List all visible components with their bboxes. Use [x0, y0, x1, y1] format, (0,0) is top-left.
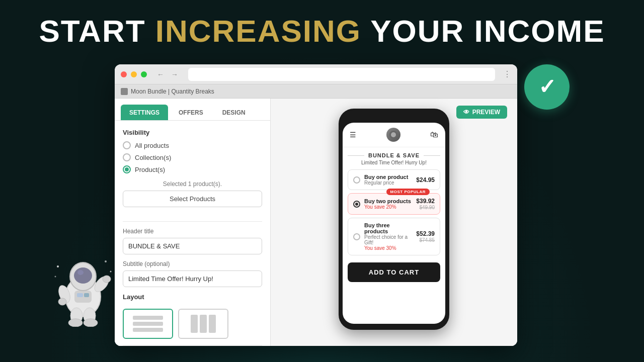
bundle-price-1-main: $24.95: [416, 176, 435, 184]
browser-tab-bar: Moon Bundle | Quantity Breaks: [115, 84, 517, 99]
select-products-button[interactable]: Select Products: [123, 191, 262, 207]
bundle-line-right: [424, 155, 440, 156]
check-mark-icon: ✓: [538, 76, 556, 98]
astronaut-container: [50, 246, 116, 327]
radio-circle-collections: [123, 153, 131, 161]
bundle-option-2[interactable]: MOST POPULAR Buy two products You save 2…: [348, 193, 440, 215]
radio-collections[interactable]: Collection(s): [123, 153, 262, 161]
row-bar-1: [133, 316, 163, 320]
bundle-price-2-main: $39.92: [416, 198, 435, 205]
visibility-title: Visibility: [123, 129, 262, 136]
bundle-radio-2: [353, 201, 360, 208]
tab-title[interactable]: Moon Bundle | Quantity Breaks: [131, 88, 214, 95]
logo-icon: [389, 130, 398, 139]
bundle-option-1[interactable]: Buy one product Regular price $24.95: [348, 169, 440, 190]
selected-info: Selected 1 product(s).: [123, 180, 262, 188]
traffic-light-yellow[interactable]: [131, 71, 137, 77]
bundle-header: BUNDLE & SAVE Limited Time Offer! Hurry …: [348, 152, 440, 165]
bundle-radio-3: [353, 233, 360, 240]
layout-rows-option[interactable]: [123, 309, 173, 339]
radio-circle-all: [123, 141, 131, 149]
bundle-option-2-save: You save 20%: [364, 204, 412, 210]
tab-design[interactable]: DESIGN: [214, 105, 254, 120]
subtitle-input[interactable]: [123, 270, 262, 287]
add-to-cart-button[interactable]: ADD TO CART: [348, 262, 440, 282]
traffic-light-green[interactable]: [141, 71, 147, 77]
phone-notch: [379, 115, 409, 120]
svg-point-12: [103, 276, 111, 283]
bundle-subtitle: Limited Time Offer! Hurry Up!: [348, 160, 440, 165]
back-button[interactable]: ←: [155, 69, 166, 80]
settings-panel: SETTINGS OFFERS DESIGN Visibility All pr…: [115, 99, 271, 346]
bundle-option-3-info: Buy three products Perfect choice for a …: [364, 222, 412, 251]
bundle-option-1-name: Buy one product: [364, 174, 412, 180]
svg-point-1: [391, 132, 396, 137]
svg-point-11: [58, 298, 66, 305]
svg-point-8: [77, 270, 84, 275]
cart-icon[interactable]: 🛍: [430, 130, 438, 139]
svg-rect-4: [77, 293, 83, 297]
headline-part2: INCREASING: [155, 14, 361, 48]
svg-point-16: [84, 319, 98, 327]
check-badge: ✓: [524, 64, 570, 110]
phone-screen: ☰ 🛍: [343, 123, 445, 324]
hamburger-icon[interactable]: ☰: [350, 131, 356, 139]
bundle-option-3[interactable]: Buy three products Perfect choice for a …: [348, 218, 440, 255]
tab-offers[interactable]: OFFERS: [170, 105, 212, 120]
browser-menu-button[interactable]: ⋮: [503, 69, 511, 79]
bundle-option-2-info: Buy two products You save 20%: [364, 198, 412, 210]
divider-2: [123, 345, 262, 345]
browser-content: SETTINGS OFFERS DESIGN Visibility All pr…: [115, 99, 517, 346]
browser-chrome: ← → ⋮: [115, 64, 517, 84]
svg-rect-3: [74, 291, 92, 303]
divider-1: [123, 221, 262, 222]
traffic-light-red[interactable]: [121, 71, 127, 77]
bundle-option-2-name: Buy two products: [364, 198, 412, 204]
bundle-price-2-orig: $49.90: [416, 205, 435, 210]
svg-point-20: [55, 276, 56, 278]
visibility-radio-group: All products Collection(s) Product(s): [123, 141, 262, 173]
bundle-option-3-name: Buy three products: [364, 222, 412, 234]
phone-logo: [386, 128, 400, 142]
preview-button[interactable]: 👁 PREVIEW: [456, 106, 507, 119]
radio-all-products[interactable]: All products: [123, 141, 262, 149]
tab-favicon: [121, 88, 128, 95]
layout-rows-preview: [133, 316, 163, 332]
bundle-widget: BUNDLE & SAVE Limited Time Offer! Hurry …: [343, 147, 445, 287]
forward-button[interactable]: →: [169, 69, 180, 80]
bundle-radio-1: [353, 176, 360, 184]
bundle-option-1-sub: Regular price: [364, 180, 412, 186]
bundle-line-left: [348, 155, 364, 156]
col-bar-1: [191, 315, 198, 333]
bundle-option-3-sub: Perfect choice for a Gift!: [364, 234, 412, 245]
row-bar-2: [133, 322, 163, 326]
tab-settings[interactable]: SETTINGS: [121, 105, 168, 120]
url-bar[interactable]: [188, 68, 495, 81]
main-headline: START INCREASING YOUR INCOME: [0, 14, 644, 48]
radio-products[interactable]: Product(s): [123, 165, 262, 173]
astronaut-icon: [50, 246, 116, 327]
svg-point-7: [74, 267, 92, 284]
header-title-label: Header title: [123, 228, 262, 235]
bundle-option-1-price: $24.95: [416, 176, 435, 184]
browser-window: ← → ⋮ Moon Bundle | Quantity Breaks SETT…: [115, 64, 517, 346]
col-bar-2: [200, 315, 207, 333]
bundle-title-line: BUNDLE & SAVE: [348, 152, 440, 158]
layout-cols-option[interactable]: [178, 309, 228, 339]
settings-tabs: SETTINGS OFFERS DESIGN: [115, 99, 270, 121]
headline-part3: YOUR INCOME: [361, 14, 605, 48]
subtitle-label: Subtitle (optional): [123, 260, 262, 267]
svg-point-17: [57, 265, 59, 267]
svg-point-19: [110, 271, 112, 273]
svg-rect-5: [84, 293, 89, 297]
most-popular-badge: MOST POPULAR: [386, 189, 430, 195]
layout-options: [123, 309, 262, 339]
bundle-price-3-main: $52.39: [416, 230, 435, 237]
svg-point-18: [105, 260, 107, 262]
phone-mockup: ☰ 🛍: [339, 109, 449, 330]
header-title-input[interactable]: [123, 238, 262, 254]
bundle-option-1-info: Buy one product Regular price: [364, 174, 412, 186]
headline-part1: START: [39, 14, 155, 48]
preview-label: PREVIEW: [472, 109, 500, 116]
svg-point-15: [68, 319, 83, 327]
